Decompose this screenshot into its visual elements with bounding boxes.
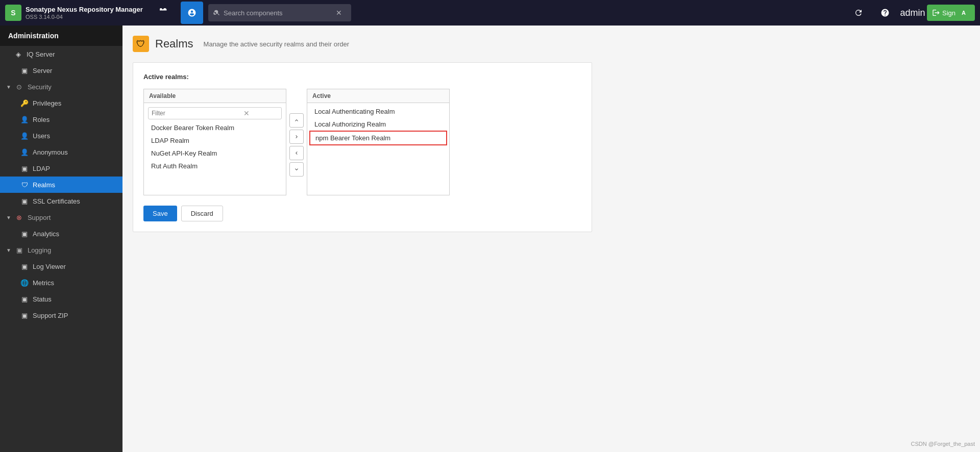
status-label: Status [33,295,52,303]
sidebar-section-security[interactable]: ▼ ⊙ Security [0,79,122,95]
ldap-icon: ▣ [20,164,29,172]
sidebar-item-ldap[interactable]: ▣ LDAP [0,160,122,177]
sidebar-section-logging[interactable]: ▼ ▣ Logging [0,242,122,258]
available-item-rut[interactable]: Rut Auth Realm [146,160,284,172]
available-panel-body: ✕ Docker Bearer Token Realm LDAP Realm N… [144,103,286,195]
discard-button[interactable]: Discard [181,206,223,221]
logging-section-label: Logging [28,246,51,254]
support-chevron-icon: ▼ [6,215,11,220]
privileges-label: Privileges [33,99,61,107]
ssl-icon: ▣ [20,197,29,205]
logging-chevron-icon: ▼ [6,247,11,253]
search-input[interactable] [224,9,336,17]
sidebar-item-server[interactable]: ▣ Server [0,62,122,79]
iq-server-icon: ◈ [14,50,22,58]
sign-out-btn[interactable]: Sign A [927,5,975,21]
sidebar-item-support-zip[interactable]: ▣ Support ZIP [0,307,122,323]
move-right-btn[interactable] [289,130,304,144]
privileges-icon: 🔑 [20,99,29,107]
browse-icon-btn[interactable] [153,2,176,24]
page-subtitle: Manage the active security realms and th… [204,40,349,48]
anonymous-label: Anonymous [33,148,68,156]
log-viewer-icon: ▣ [20,262,29,270]
realms-container: Available ✕ Docker Bearer Token Realm LD… [143,89,581,195]
users-icon: 👤 [20,132,29,140]
active-panel: Active Local Authenticating Realm Local … [307,89,450,195]
iq-server-label: IQ Server [27,51,55,58]
filter-input[interactable] [152,110,243,117]
metrics-icon: 🌐 [20,279,29,287]
help-btn[interactable] [874,2,896,24]
search-box[interactable]: ✕ [208,4,351,21]
sidebar-item-privileges[interactable]: 🔑 Privileges [0,95,122,111]
security-section-icon: ⊙ [15,83,23,91]
sidebar-item-ssl-certs[interactable]: ▣ SSL Certificates [0,193,122,209]
available-item-nuget[interactable]: NuGet API-Key Realm [146,147,284,160]
save-button[interactable]: Save [143,206,177,221]
refresh-btn[interactable] [847,2,870,24]
search-clear-icon[interactable]: ✕ [336,9,342,17]
user-menu[interactable]: admin [900,2,923,24]
users-label: Users [33,132,50,140]
server-label: Server [33,67,52,74]
realms-card: Active realms: Available ✕ Docker Bearer… [133,62,592,232]
brand-text: Sonatype Nexus Repository Manager OSS 3.… [26,6,143,20]
roles-label: Roles [33,116,50,123]
server-icon: ▣ [20,66,29,74]
sidebar-item-iq-server[interactable]: ◈ IQ Server [0,46,122,62]
page-header-icon: 🛡 [133,36,149,52]
support-section-label: Support [28,214,51,221]
realms-label: Realms [33,181,55,189]
ssl-label: SSL Certificates [33,197,80,205]
active-panel-body: Local Authenticating Realm Local Authori… [307,103,449,195]
main-content: 🛡 Realms Manage the active security real… [122,26,980,452]
move-up-btn[interactable] [289,113,304,128]
admin-icon-btn[interactable] [181,2,203,24]
filter-box[interactable]: ✕ [148,107,282,119]
sidebar-item-log-viewer[interactable]: ▣ Log Viewer [0,258,122,274]
ldap-label: LDAP [33,165,50,172]
sidebar-header: Administration [0,26,122,46]
page-title: Realms [155,37,193,51]
brand-logo: S [5,5,21,21]
realms-icon: 🛡 [20,181,29,189]
sign-label: Sign [942,9,955,17]
active-item-npm-bearer[interactable]: npm Bearer Token Realm [309,131,447,145]
move-left-btn[interactable] [289,146,304,160]
support-section-icon: ⊗ [15,213,23,221]
username-label: admin [900,8,925,18]
support-zip-icon: ▣ [20,311,29,319]
watermark: CSDN @Forget_the_past [911,441,975,447]
sidebar-section-support[interactable]: ▼ ⊗ Support [0,209,122,225]
status-icon: ▣ [20,295,29,303]
active-header: Active [307,89,449,103]
brand-title: Sonatype Nexus Repository Manager [26,6,143,14]
sidebar-item-analytics[interactable]: ▣ Analytics [0,225,122,242]
sidebar-item-realms[interactable]: 🛡 Realms [0,177,122,193]
move-down-btn[interactable] [289,162,304,177]
action-buttons: Save Discard [143,206,581,221]
sidebar-item-users[interactable]: 👤 Users [0,128,122,144]
sidebar-item-status[interactable]: ▣ Status [0,291,122,307]
active-item-local-auth[interactable]: Local Authenticating Realm [309,105,447,118]
available-item-docker[interactable]: Docker Bearer Token Realm [146,121,284,134]
support-zip-label: Support ZIP [33,312,68,319]
user-avatar: A [958,7,970,19]
analytics-label: Analytics [33,230,59,238]
filter-clear-icon[interactable]: ✕ [243,109,250,117]
page-header: 🛡 Realms Manage the active security real… [133,36,970,52]
active-item-local-authorizing[interactable]: Local Authorizing Realm [309,118,447,131]
layout: Administration ◈ IQ Server ▣ Server ▼ ⊙ … [0,26,980,452]
available-item-ldap[interactable]: LDAP Realm [146,134,284,147]
sidebar-item-anonymous[interactable]: 👤 Anonymous [0,144,122,160]
transfer-buttons [286,109,307,181]
roles-icon: 👤 [20,115,29,123]
sidebar-item-roles[interactable]: 👤 Roles [0,111,122,128]
anonymous-icon: 👤 [20,148,29,156]
sidebar: Administration ◈ IQ Server ▣ Server ▼ ⊙ … [0,26,122,452]
logging-section-icon: ▣ [15,246,23,254]
metrics-label: Metrics [33,279,54,287]
sidebar-item-metrics[interactable]: 🌐 Metrics [0,274,122,291]
available-header: Available [144,89,286,103]
security-label: Security [28,83,52,91]
